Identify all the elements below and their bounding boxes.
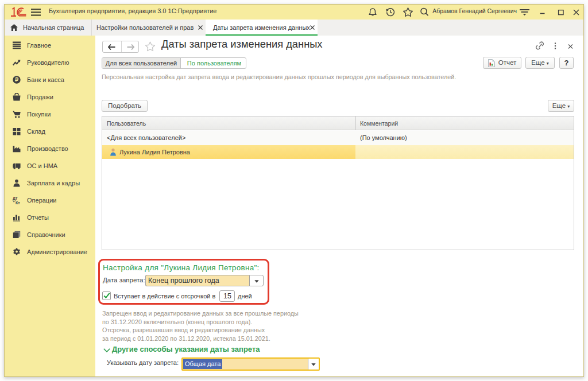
svg-text:₽: ₽ xyxy=(15,76,18,83)
svg-text:Кт: Кт xyxy=(16,201,20,205)
